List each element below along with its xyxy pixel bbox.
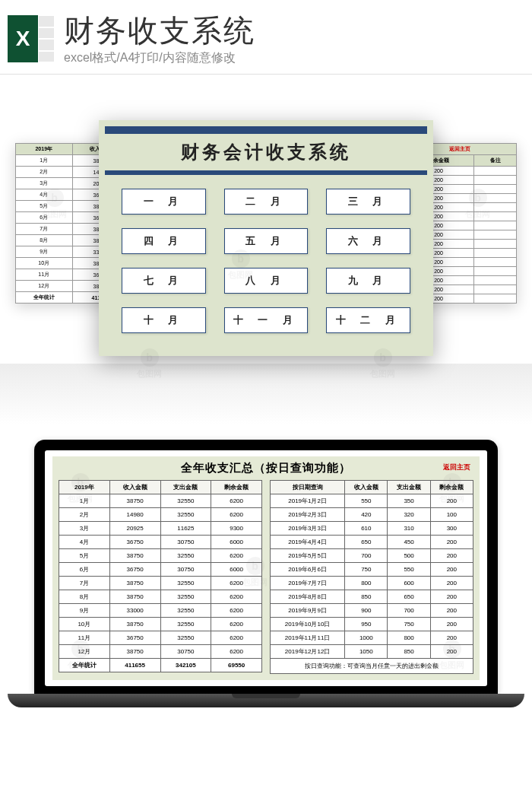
month-button-10[interactable]: 十 月: [122, 307, 206, 333]
table-row: 3月20925116259300: [59, 522, 262, 536]
month-button-6[interactable]: 六 月: [326, 228, 410, 254]
h-remain: 剩余金额: [211, 481, 262, 494]
table-row: 2019年3月3日610310300: [271, 522, 473, 536]
h-income2: 收入金额: [345, 481, 388, 494]
summary-title: 全年收支汇总（按日查询功能）: [181, 461, 351, 475]
table-row: 2019年1月2日550350200: [271, 494, 473, 508]
h-expense2: 支出金额: [388, 481, 430, 494]
table-row: 2019年2月3日420320100: [271, 508, 473, 522]
h-date: 按日期查询: [271, 481, 345, 494]
table-row: 7月38750325506200: [59, 577, 262, 590]
table-row: 9月33000325506200: [59, 604, 262, 618]
table-row: 2019年11月11日1000800200: [271, 631, 473, 645]
summary-back-link[interactable]: 返回主页: [443, 462, 470, 472]
daily-query-table: 按日期查询 收入金额 支出金额 剩余金额 2019年1月2日5503502002…: [270, 480, 473, 659]
decorative-bar-top: [105, 126, 427, 134]
laptop-base: [8, 694, 524, 707]
table-row: 2019年5月5日700500200: [271, 549, 473, 563]
table-row: 2019年4月4日650450200: [271, 536, 473, 549]
month-button-3[interactable]: 三 月: [326, 189, 410, 215]
h-expense: 支出金额: [160, 481, 211, 494]
reflection-effect: [0, 364, 532, 424]
month-button-5[interactable]: 五 月: [224, 228, 309, 254]
laptop-preview: 全年收支汇总（按日查询功能） 返回主页 2019年 收入金额 支出金额 剩余金额: [0, 440, 532, 707]
page-title: 财务收支系统: [64, 15, 524, 46]
preview-stage: 2019年收入金额 1月387502月149803月209254月367505月…: [0, 97, 532, 424]
front-sheet: 财务会计收支系统 一 月二 月三 月四 月五 月六 月七 月八 月九 月十 月十…: [99, 120, 433, 356]
month-button-8[interactable]: 八 月: [224, 268, 309, 294]
table-row: 2019年8月8日850650200: [271, 590, 473, 604]
col-year: 2019年: [16, 144, 73, 155]
laptop-frame: 全年收支汇总（按日查询功能） 返回主页 2019年 收入金额 支出金额 剩余金额: [34, 440, 498, 694]
month-button-7[interactable]: 七 月: [122, 268, 206, 294]
table-row: 10月38750325506200: [59, 618, 262, 631]
front-title: 财务会计收支系统: [99, 140, 433, 164]
t-expense: 342105: [160, 659, 211, 672]
table-row: 8月38750325506200: [59, 590, 262, 604]
total-label: 全年统计: [16, 292, 73, 304]
excel-x-glyph: X: [8, 15, 38, 62]
table-row: 2019年6月6日750550200: [271, 563, 473, 577]
table-row: 1月38750325506200: [59, 494, 262, 508]
excel-icon: X: [8, 15, 55, 62]
table-row: 11月36750325506200: [59, 631, 262, 645]
month-grid: 一 月二 月三 月四 月五 月六 月七 月八 月九 月十 月十 一 月十 二 月: [99, 189, 433, 333]
table-row: 2月14980325506200: [59, 508, 262, 522]
header: X 财务收支系统 excel格式/A4打印/内容随意修改: [0, 0, 532, 75]
h-remain2: 剩余金额: [430, 481, 473, 494]
month-button-4[interactable]: 四 月: [122, 228, 206, 254]
t-label: 全年统计: [59, 659, 110, 672]
table-row: 2019年12月12日1050850200: [271, 645, 473, 659]
annual-summary-col: 2019年 收入金额 支出金额 剩余金额 1月387503255062002月1…: [59, 480, 262, 674]
page-subtitle: excel格式/A4打印/内容随意修改: [64, 50, 524, 66]
excel-cells-icon: [38, 15, 55, 62]
annual-summary-table: 2019年 收入金额 支出金额 剩余金额 1月387503255062002月1…: [59, 480, 262, 672]
header-text: 财务收支系统 excel格式/A4打印/内容随意修改: [64, 15, 524, 66]
table-row: 4月36750307506000: [59, 536, 262, 549]
summary-sheet: 全年收支汇总（按日查询功能） 返回主页 2019年 收入金额 支出金额 剩余金额: [52, 456, 480, 680]
table-row: 6月36750307506000: [59, 563, 262, 577]
decorative-bar-under: [105, 170, 427, 175]
col-note: 备注: [474, 155, 517, 167]
table-row: 5月38750325506200: [59, 549, 262, 563]
month-button-1[interactable]: 一 月: [122, 189, 206, 215]
daily-query-col: 按日期查询 收入金额 支出金额 剩余金额 2019年1月2日5503502002…: [270, 480, 473, 674]
month-button-9[interactable]: 九 月: [326, 268, 410, 294]
table-row: 2019年9月9日900700200: [271, 604, 473, 618]
t-remain: 69550: [211, 659, 262, 672]
table-row: 2019年7月7日800600200: [271, 577, 473, 590]
month-button-2[interactable]: 二 月: [224, 189, 309, 215]
table-row: 2019年10月10日950750200: [271, 618, 473, 631]
h-year: 2019年: [59, 481, 110, 494]
month-button-11[interactable]: 十 一 月: [224, 307, 309, 333]
t-income: 411655: [109, 659, 160, 672]
daily-query-note: 按日查询功能：可查询当月任意一天的进出剩金额: [270, 659, 473, 674]
month-button-12[interactable]: 十 二 月: [326, 307, 410, 333]
table-row: 12月38750307506200: [59, 645, 262, 659]
laptop-screen: 全年收支汇总（按日查询功能） 返回主页 2019年 收入金额 支出金额 剩余金额: [45, 450, 487, 686]
h-income: 收入金额: [109, 481, 160, 494]
